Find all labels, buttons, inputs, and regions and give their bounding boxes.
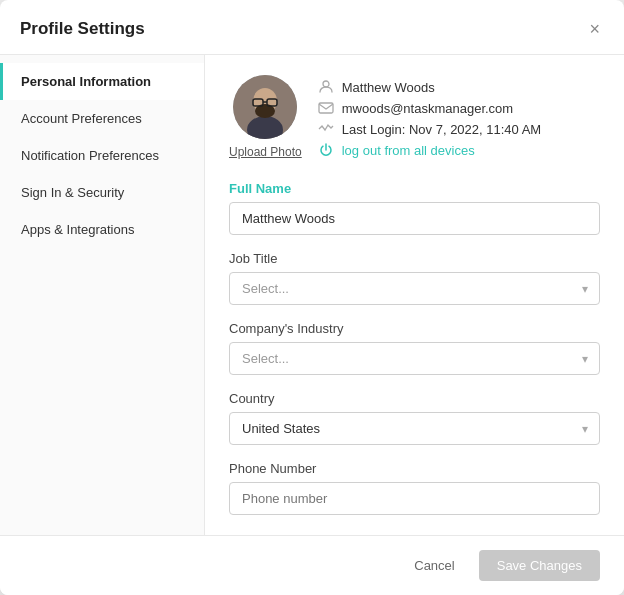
power-icon xyxy=(318,142,334,158)
profile-last-login-row: Last Login: Nov 7, 2022, 11:40 AM xyxy=(318,121,541,137)
profile-name: Matthew Woods xyxy=(342,80,435,95)
industry-field: Company's Industry Select... ▾ xyxy=(229,321,600,375)
full-name-field: Full Name xyxy=(229,181,600,235)
sidebar-item-signin[interactable]: Sign In & Security xyxy=(0,174,204,211)
cancel-button[interactable]: Cancel xyxy=(402,550,466,581)
close-button[interactable]: × xyxy=(585,18,604,40)
avatar-image xyxy=(233,75,297,139)
svg-point-7 xyxy=(323,81,329,87)
job-title-field: Job Title Select... ▾ xyxy=(229,251,600,305)
profile-last-login: Last Login: Nov 7, 2022, 11:40 AM xyxy=(342,122,541,137)
avatar xyxy=(233,75,297,139)
profile-info: Matthew Woods mwoods@ntaskmanager.com xyxy=(318,75,541,158)
logout-link[interactable]: log out from all devices xyxy=(342,143,475,158)
country-select-wrapper: United States ▾ xyxy=(229,412,600,445)
sidebar-item-account[interactable]: Account Preferences xyxy=(0,100,204,137)
industry-label: Company's Industry xyxy=(229,321,600,336)
form-section: Full Name Job Title Select... ▾ Company xyxy=(229,181,600,515)
country-select[interactable]: United States xyxy=(229,412,600,445)
save-button[interactable]: Save Changes xyxy=(479,550,600,581)
phone-label: Phone Number xyxy=(229,461,600,476)
industry-select-wrapper: Select... ▾ xyxy=(229,342,600,375)
svg-rect-8 xyxy=(319,103,333,113)
upload-photo-link[interactable]: Upload Photo xyxy=(229,145,302,159)
profile-email-row: mwoods@ntaskmanager.com xyxy=(318,100,541,116)
sidebar-item-notification[interactable]: Notification Preferences xyxy=(0,137,204,174)
country-label: Country xyxy=(229,391,600,406)
main-content: Upload Photo Matthew Woods xyxy=(205,55,624,535)
activity-icon xyxy=(318,121,334,137)
profile-section: Upload Photo Matthew Woods xyxy=(229,75,600,159)
full-name-label: Full Name xyxy=(229,181,600,196)
job-title-label: Job Title xyxy=(229,251,600,266)
sidebar-item-personal[interactable]: Personal Information xyxy=(0,63,204,100)
user-icon xyxy=(318,79,334,95)
industry-select[interactable]: Select... xyxy=(229,342,600,375)
job-title-select[interactable]: Select... xyxy=(229,272,600,305)
sidebar-item-apps[interactable]: Apps & Integrations xyxy=(0,211,204,248)
profile-name-row: Matthew Woods xyxy=(318,79,541,95)
sidebar: Personal Information Account Preferences… xyxy=(0,55,205,535)
full-name-input[interactable] xyxy=(229,202,600,235)
modal-title: Profile Settings xyxy=(20,19,145,39)
modal-body: Personal Information Account Preferences… xyxy=(0,55,624,535)
profile-logout-row: log out from all devices xyxy=(318,142,541,158)
profile-settings-modal: Profile Settings × Personal Information … xyxy=(0,0,624,595)
job-title-select-wrapper: Select... ▾ xyxy=(229,272,600,305)
email-icon xyxy=(318,100,334,116)
modal-header: Profile Settings × xyxy=(0,0,624,55)
modal-footer: Cancel Save Changes xyxy=(0,535,624,595)
avatar-area: Upload Photo xyxy=(229,75,302,159)
phone-input[interactable] xyxy=(229,482,600,515)
phone-field: Phone Number xyxy=(229,461,600,515)
country-field: Country United States ▾ xyxy=(229,391,600,445)
profile-email: mwoods@ntaskmanager.com xyxy=(342,101,513,116)
